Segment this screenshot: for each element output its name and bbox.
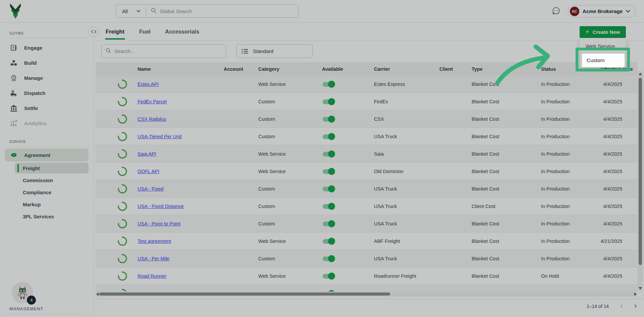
app-window: All KC Acme Brokerage G2TMSEngageBuildMa… [0, 0, 644, 317]
annotation-arrow [483, 37, 560, 91]
menu-item-custom-highlighted[interactable]: Custom [582, 54, 625, 67]
